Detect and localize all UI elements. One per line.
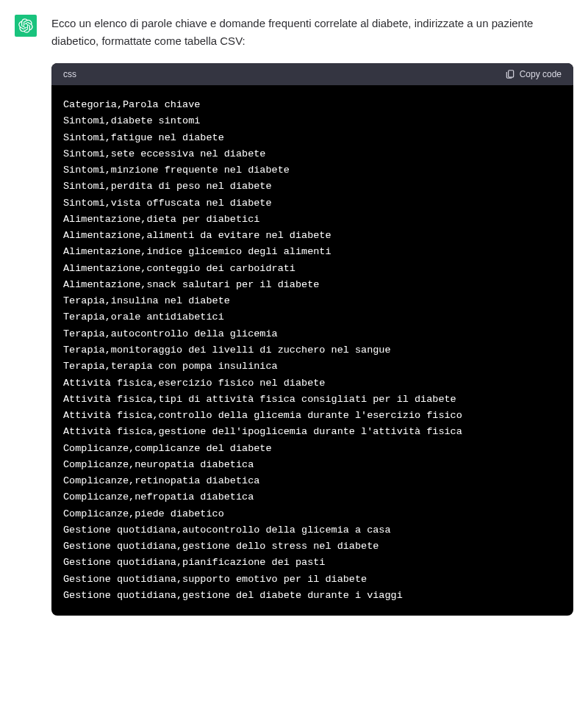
clipboard-icon xyxy=(505,69,515,79)
code-line: Sintomi,perdita di peso nel diabete xyxy=(63,179,562,195)
code-line: Categoria,Parola chiave xyxy=(63,97,562,113)
code-line: Complicanze,complicanze del diabete xyxy=(63,441,562,457)
code-line: Sintomi,diabete sintomi xyxy=(63,113,562,129)
code-line: Sintomi,sete eccessiva nel diabete xyxy=(63,146,562,162)
message-content: Ecco un elenco di parole chiave e domand… xyxy=(51,15,573,616)
code-line: Attività fisica,tipi di attività fisica … xyxy=(63,392,562,408)
copy-code-label: Copy code xyxy=(520,69,562,79)
code-line: Attività fisica,esercizio fisico nel dia… xyxy=(63,375,562,392)
code-line: Gestione quotidiana,supporto emotivo per… xyxy=(63,572,562,588)
assistant-message: Ecco un elenco di parole chiave e domand… xyxy=(15,15,573,616)
code-block: css Copy code Categoria,Parola chiaveSin… xyxy=(51,63,573,616)
code-line: Gestione quotidiana,gestione dello stres… xyxy=(63,538,562,555)
code-line: Terapia,insulina nel diabete xyxy=(63,293,562,309)
code-line: Attività fisica,controllo della glicemia… xyxy=(63,408,562,424)
code-line: Gestione quotidiana,gestione del diabete… xyxy=(63,588,562,604)
code-line: Sintomi,minzione frequente nel diabete xyxy=(63,162,562,179)
code-line: Terapia,orale antidiabetici xyxy=(63,309,562,325)
intro-text: Ecco un elenco di parole chiave e domand… xyxy=(51,15,573,50)
code-line: Gestione quotidiana,pianificazione dei p… xyxy=(63,555,562,571)
code-line: Complicanze,retinopatia diabetica xyxy=(63,473,562,489)
code-line: Alimentazione,dieta per diabetici xyxy=(63,212,562,228)
code-line: Complicanze,piede diabetico xyxy=(63,506,562,522)
code-line: Sintomi,vista offuscata nel diabete xyxy=(63,195,562,212)
code-line: Terapia,monitoraggio dei livelli di zucc… xyxy=(63,342,562,358)
svg-rect-0 xyxy=(508,71,513,77)
code-line: Alimentazione,snack salutari per il diab… xyxy=(63,277,562,293)
code-line: Sintomi,fatigue nel diabete xyxy=(63,130,562,146)
code-body[interactable]: Categoria,Parola chiaveSintomi,diabete s… xyxy=(51,85,573,616)
assistant-avatar xyxy=(15,15,37,37)
code-line: Terapia,autocontrollo della glicemia xyxy=(63,326,562,342)
code-line: Gestione quotidiana,autocontrollo della … xyxy=(63,522,562,538)
openai-logo-icon xyxy=(18,18,33,33)
code-line: Terapia,terapia con pompa insulinica xyxy=(63,358,562,375)
copy-code-button[interactable]: Copy code xyxy=(505,69,562,79)
code-line: Complicanze,neuropatia diabetica xyxy=(63,457,562,473)
code-header: css Copy code xyxy=(51,63,573,85)
code-line: Attività fisica,gestione dell'ipoglicemi… xyxy=(63,424,562,440)
code-language-label: css xyxy=(63,69,76,79)
code-line: Complicanze,nefropatia diabetica xyxy=(63,489,562,505)
code-line: Alimentazione,indice glicemico degli ali… xyxy=(63,244,562,260)
code-line: Alimentazione,conteggio dei carboidrati xyxy=(63,261,562,277)
code-line: Alimentazione,alimenti da evitare nel di… xyxy=(63,228,562,244)
